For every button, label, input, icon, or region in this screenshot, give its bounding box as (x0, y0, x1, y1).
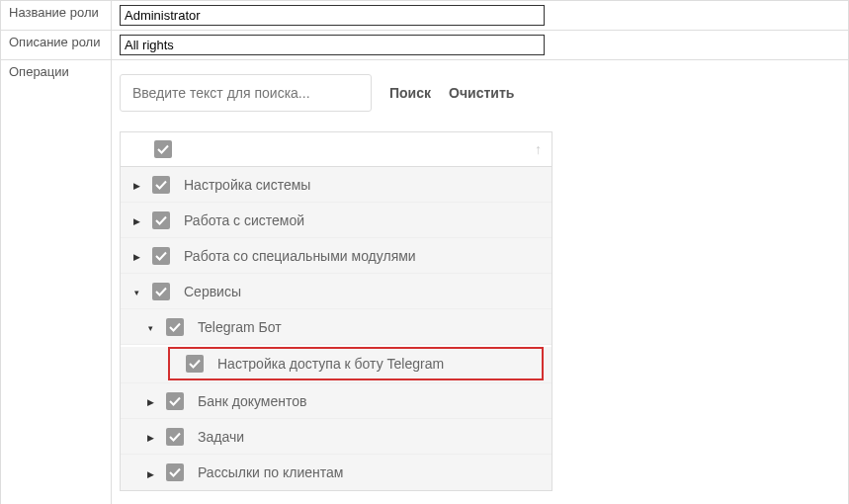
row-checkbox[interactable] (166, 428, 184, 446)
search-row: Поиск Очистить (120, 74, 840, 112)
check-icon (169, 431, 181, 443)
check-icon (169, 321, 181, 333)
highlighted-row-wrap: Настройка доступа к боту Telegram (121, 347, 552, 383)
check-icon (155, 250, 167, 262)
tree-item-label: Сервисы (184, 284, 241, 299)
row-checkbox[interactable] (166, 463, 184, 481)
tree-item-label: Telegram Бот (198, 319, 282, 335)
role-name-input[interactable] (120, 5, 545, 26)
row-checkbox[interactable] (152, 176, 170, 194)
tree-item-label: Работа со специальными модулями (184, 248, 416, 264)
check-icon (157, 143, 169, 155)
tree-item-label: Настройка системы (184, 177, 310, 193)
tree-row[interactable]: ▶ Рассылки по клиентам (121, 455, 552, 490)
tree-item-label: Задачи (198, 429, 244, 445)
highlighted-row[interactable]: Настройка доступа к боту Telegram (168, 347, 544, 380)
expand-right-icon[interactable]: ▶ (133, 216, 140, 226)
check-icon (155, 214, 167, 226)
select-all-checkbox[interactable] (154, 140, 172, 158)
check-icon (169, 395, 181, 407)
tree-row[interactable]: ▾ Telegram Бот (121, 309, 552, 345)
expand-right-icon[interactable]: ▶ (147, 397, 154, 407)
sort-up-icon[interactable]: ↑ (535, 141, 542, 157)
row-checkbox[interactable] (152, 283, 170, 300)
expand-right-icon[interactable]: ▶ (133, 252, 140, 262)
search-input[interactable] (120, 74, 372, 112)
tree-item-label: Работа с системой (184, 212, 304, 228)
row-checkbox[interactable] (166, 318, 184, 336)
check-icon (155, 286, 167, 297)
role-form-table: Название роли Описание роли Операции Пои… (0, 0, 849, 504)
tree-header: ↑ (121, 132, 552, 167)
expand-down-icon[interactable]: ▾ (148, 323, 153, 333)
expand-right-icon[interactable]: ▶ (147, 469, 154, 479)
role-name-label: Название роли (1, 1, 112, 31)
row-checkbox[interactable] (166, 392, 184, 410)
tree-item-label: Банк документов (198, 393, 306, 409)
clear-button[interactable]: Очистить (449, 85, 514, 101)
check-icon (169, 466, 181, 478)
row-checkbox[interactable] (186, 355, 204, 373)
tree-row[interactable]: ▶ Работа с системой (121, 203, 552, 238)
expand-down-icon[interactable]: ▾ (134, 288, 139, 297)
operations-tree: ↑ ▶ Настройка системы ▶ Работа с системо… (120, 131, 552, 491)
check-icon (155, 179, 167, 191)
row-checkbox[interactable] (152, 247, 170, 265)
role-desc-input[interactable] (120, 35, 545, 55)
tree-item-label: Рассылки по клиентам (198, 464, 343, 480)
search-button[interactable]: Поиск (389, 85, 431, 101)
check-icon (189, 358, 201, 370)
tree-row[interactable]: ▾ Сервисы (121, 274, 552, 309)
row-checkbox[interactable] (152, 211, 170, 229)
tree-item-label: Настройка доступа к боту Telegram (217, 356, 444, 372)
role-desc-label: Описание роли (1, 31, 112, 60)
tree-row[interactable]: ▶ Банк документов (121, 383, 552, 419)
operations-label: Операции (1, 60, 112, 505)
operations-panel: Поиск Очистить ↑ ▶ Настройка систе (120, 64, 840, 504)
expand-right-icon[interactable]: ▶ (147, 433, 154, 443)
tree-row[interactable]: ▶ Работа со специальными модулями (121, 238, 552, 274)
tree-row[interactable]: ▶ Задачи (121, 419, 552, 455)
expand-right-icon[interactable]: ▶ (133, 181, 140, 191)
tree-row[interactable]: ▶ Настройка системы (121, 167, 552, 203)
